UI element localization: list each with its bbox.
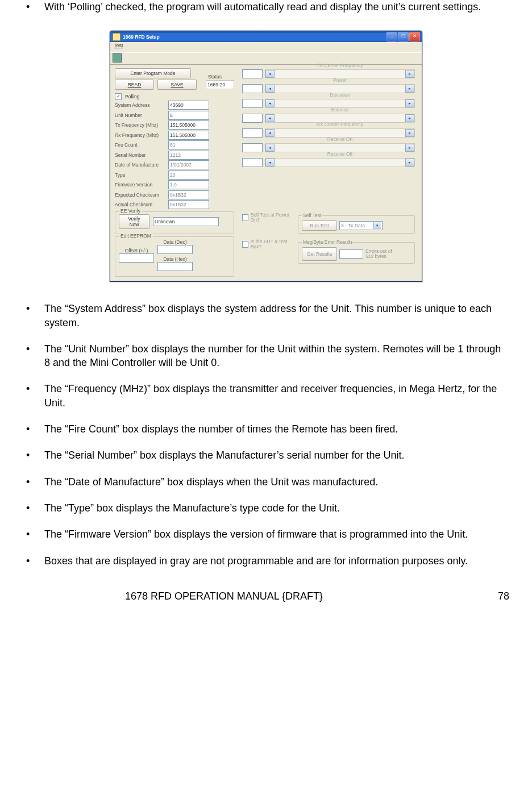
data-dec-input[interactable] <box>157 245 193 254</box>
firmware-label: Firmware Version <box>115 182 165 188</box>
slider-deviation[interactable]: Deviation◂▸ <box>242 99 415 108</box>
ee-verify-title: EE Verify <box>119 208 142 214</box>
errors-label: Errors out of 512 bytes <box>365 249 400 259</box>
arrow-left-icon[interactable]: ◂ <box>265 144 275 152</box>
status-value: 1669-20 <box>206 80 234 89</box>
footer-page: 78 <box>498 590 509 602</box>
enter-program-mode-button[interactable]: Enter Program Mode <box>115 68 191 78</box>
fire-count-input: 61 <box>168 140 209 149</box>
slider-value[interactable] <box>242 143 263 152</box>
arrow-left-icon[interactable]: ◂ <box>265 114 275 122</box>
bullet-item: The “Fire Count” box displays the number… <box>23 422 509 436</box>
bullet-list-top: With ‘Polling’ checked, the program will… <box>23 0 509 14</box>
eut-testbox-checkbox[interactable] <box>242 241 248 248</box>
slider-receive-on[interactable]: Receive On◂▸ <box>242 143 415 152</box>
selftest-poweron-checkbox[interactable] <box>242 214 248 221</box>
msg-results-title: Msg/Byte Error Results <box>302 239 354 245</box>
status-label: Status <box>207 74 223 80</box>
bullet-item: The “Serial Number” box displays the Man… <box>23 448 509 462</box>
screenshot-figure: 1669 RFD Setup _ □ × Test Enter Program … <box>23 31 509 282</box>
arrow-right-icon[interactable]: ▸ <box>405 85 414 93</box>
slider-rx-center[interactable]: RX Center Frequency◂▸ <box>242 128 415 138</box>
bullet-item: Boxes that are displayed in gray are not… <box>23 554 509 568</box>
data-hex-input[interactable] <box>157 262 193 271</box>
self-test-group: Self Test Run Test 3 - Tx Data▾ <box>298 213 415 234</box>
arrow-right-icon[interactable]: ▸ <box>405 99 414 107</box>
type-input: 20 <box>168 170 209 180</box>
footer-title: 1678 RFD OPERATION MANUAL {DRAFT} <box>125 590 323 602</box>
get-results-button[interactable]: Get Results <box>302 247 337 261</box>
bullet-item: The “Type” box displays the Manufacture’… <box>23 501 509 515</box>
slider-value[interactable] <box>242 99 263 108</box>
date-manufacture-label: Date of Manufacture <box>115 162 165 168</box>
polling-checkbox[interactable]: ✓ <box>115 93 122 100</box>
bullet-item: The “Firmware Version” box displays the … <box>23 527 509 541</box>
eut-testbox-label: Is the EUT a Test Box? <box>251 239 293 249</box>
polling-label: Polling <box>125 94 140 99</box>
data-dec-label: Data (Dec) <box>157 239 193 245</box>
selftest-poweron-label: Self Test at Power On? <box>251 213 293 223</box>
serial-number-label: Serial Number <box>115 152 165 158</box>
system-address-label: System Address <box>115 102 165 108</box>
bullet-item: The “System Address” box displays the sy… <box>23 302 509 330</box>
arrow-left-icon[interactable]: ◂ <box>265 85 275 93</box>
arrow-left-icon[interactable]: ◂ <box>265 159 275 167</box>
tx-freq-input[interactable]: 151.505000 <box>168 120 209 130</box>
edit-eeprom-group: Edit EEPROM Offset (+/-) Data (Dec) Data… <box>115 236 234 277</box>
arrow-right-icon[interactable]: ▸ <box>405 114 414 122</box>
toolbar-icon[interactable] <box>113 53 122 63</box>
slider-value[interactable] <box>242 69 263 78</box>
page-footer: 1678 RFD OPERATION MANUAL {DRAFT} 78 <box>23 590 509 602</box>
maximize-button[interactable]: □ <box>398 32 409 41</box>
expected-cksum-input: 0x1B32 <box>168 190 209 199</box>
menu-item-test[interactable]: Test <box>114 43 123 48</box>
arrow-right-icon[interactable]: ▸ <box>405 129 414 137</box>
system-address-input[interactable]: 43690 <box>168 101 209 110</box>
expected-cksum-label: Expected Checksum <box>115 192 165 198</box>
self-test-title: Self Test <box>302 213 322 218</box>
slider-value[interactable] <box>242 128 263 138</box>
slider-tx-center[interactable]: TX Center Frequency◂▸ <box>242 69 415 78</box>
slider-value[interactable] <box>242 114 263 123</box>
fire-count-label: Fire Count <box>115 142 165 148</box>
window-title: 1669 RFD Setup <box>123 34 160 40</box>
verify-now-button[interactable]: Verify Now <box>119 214 149 229</box>
arrow-left-icon[interactable]: ◂ <box>265 129 275 137</box>
chevron-down-icon[interactable]: ▾ <box>373 222 381 229</box>
arrow-left-icon[interactable]: ◂ <box>265 99 275 107</box>
actual-cksum-input: 0x1B32 <box>168 200 209 209</box>
slider-value[interactable] <box>242 84 263 93</box>
bullet-item: The “Date of Manufacture” box displays w… <box>23 475 509 489</box>
offset-label: Offset (+/-) <box>119 248 154 253</box>
slider-receive-off[interactable]: Receive Off◂▸ <box>242 158 415 167</box>
unit-number-input[interactable]: 5 <box>168 111 209 120</box>
arrow-right-icon[interactable]: ▸ <box>405 144 414 152</box>
arrow-right-icon[interactable]: ▸ <box>405 70 414 78</box>
slider-power[interactable]: Power◂▸ <box>242 84 415 93</box>
rx-freq-input[interactable]: 151.505000 <box>168 131 209 140</box>
minimize-button[interactable]: _ <box>386 32 397 41</box>
offset-input[interactable] <box>119 253 154 263</box>
date-manufacture-input: 1/01/2007 <box>168 160 209 169</box>
bullet-list-bottom: The “System Address” box displays the sy… <box>23 302 509 568</box>
run-test-button[interactable]: Run Test <box>302 220 337 231</box>
bullet-item: The “Unit Number” box displays the numbe… <box>23 342 509 370</box>
bullet-item: The “Frequency (MHz)” box displays the t… <box>23 382 509 410</box>
rx-freq-label: Rx Frequency (Mhz) <box>115 132 165 138</box>
app-window: 1669 RFD Setup _ □ × Test Enter Program … <box>110 31 422 282</box>
arrow-right-icon[interactable]: ▸ <box>405 159 414 167</box>
serial-number-input: 1212 <box>168 151 209 160</box>
self-test-combo[interactable]: 3 - Tx Data▾ <box>339 221 383 230</box>
arrow-left-icon[interactable]: ◂ <box>265 70 275 78</box>
read-button[interactable]: READ <box>115 80 154 90</box>
save-button[interactable]: SAVE <box>157 80 197 90</box>
type-label: Type <box>115 172 165 178</box>
edit-eeprom-title: Edit EEPROM <box>119 233 153 239</box>
app-icon <box>113 33 120 41</box>
data-hex-label: Data (Hex) <box>157 256 193 262</box>
slider-balance[interactable]: Balance◂▸ <box>242 114 415 123</box>
ee-verify-group: EE Verify Verify Now Unknown <box>115 211 234 234</box>
tool-bar <box>110 52 422 65</box>
slider-value[interactable] <box>242 158 263 167</box>
close-button[interactable]: × <box>409 32 420 41</box>
